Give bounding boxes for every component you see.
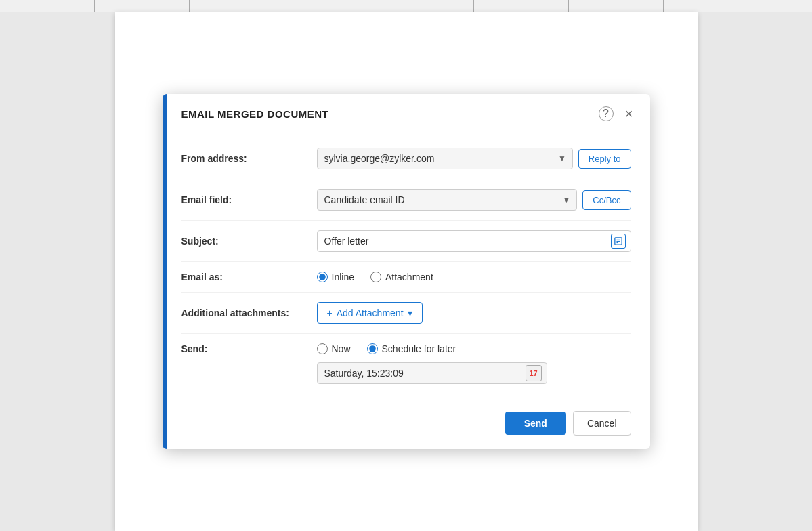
additional-attachments-label: Additional attachments: — [181, 307, 317, 318]
email-merged-document-dialog: EMAIL MERGED DOCUMENT ? × From address: … — [163, 94, 650, 449]
from-address-control: sylvia.george@zylker.com ▼ Reply to — [317, 148, 631, 169]
attachment-radio[interactable] — [370, 272, 381, 282]
email-as-label: Email as: — [181, 272, 317, 282]
dialog-title: EMAIL MERGED DOCUMENT — [181, 108, 329, 120]
subject-merge-icon[interactable] — [611, 234, 626, 249]
ruler — [0, 0, 812, 12]
dialog-header-icons: ? × — [599, 106, 637, 121]
additional-attachments-control: + Add Attachment ▾ — [317, 302, 631, 324]
email-field-select[interactable]: Candidate email ID — [317, 189, 578, 211]
attachment-radio-label[interactable]: Attachment — [370, 272, 433, 282]
subject-control — [317, 230, 631, 252]
email-as-control: Inline Attachment — [317, 272, 631, 282]
from-address-select[interactable]: sylvia.george@zylker.com — [317, 148, 573, 169]
calendar-day: 17 — [529, 369, 537, 377]
cc-bcc-button[interactable]: Cc/Bcc — [582, 190, 631, 210]
add-attachment-plus: + — [327, 307, 333, 318]
send-radio-group: Now Schedule for later — [317, 343, 456, 354]
inline-radio[interactable] — [317, 272, 328, 282]
now-radio[interactable] — [317, 343, 328, 354]
additional-attachments-row: Additional attachments: + Add Attachment… — [181, 293, 631, 334]
schedule-radio-label[interactable]: Schedule for later — [367, 343, 456, 354]
send-label: Send: — [181, 343, 317, 354]
calendar-icon[interactable]: 17 — [526, 365, 542, 381]
datetime-input[interactable] — [317, 362, 547, 384]
cancel-button[interactable]: Cancel — [573, 411, 631, 436]
send-control: Now Schedule for later — [317, 343, 631, 354]
dialog-footer: Send Cancel — [163, 402, 650, 449]
subject-row: Subject: — [181, 221, 631, 262]
send-row-top: Send: Now Schedule for later — [181, 343, 631, 354]
close-icon[interactable]: × — [622, 106, 637, 121]
schedule-label-text: Schedule for later — [382, 343, 456, 354]
email-field-label: Email field: — [181, 194, 317, 205]
add-attachment-text: Add Attachment — [337, 307, 404, 318]
datetime-wrapper: 17 — [317, 362, 547, 384]
send-row: Send: Now Schedule for later — [181, 334, 631, 388]
send-button[interactable]: Send — [505, 412, 566, 435]
from-address-select-wrapper: sylvia.george@zylker.com ▼ — [317, 148, 573, 169]
schedule-radio[interactable] — [367, 343, 378, 354]
dialog-header: EMAIL MERGED DOCUMENT ? × — [163, 94, 650, 131]
send-row-bottom: 17 — [317, 362, 631, 384]
from-address-label: From address: — [181, 153, 317, 164]
add-attachment-chevron: ▾ — [408, 307, 412, 318]
now-label-text: Now — [332, 343, 351, 354]
subject-input-wrapper — [317, 230, 631, 252]
email-field-select-wrapper: Candidate email ID ▼ — [317, 189, 578, 211]
email-field-row: Email field: Candidate email ID ▼ Cc/Bcc — [181, 179, 631, 221]
from-address-row: From address: sylvia.george@zylker.com ▼… — [181, 138, 631, 179]
reply-to-button[interactable]: Reply to — [578, 149, 631, 169]
help-icon[interactable]: ? — [599, 106, 614, 121]
add-attachment-button[interactable]: + Add Attachment ▾ — [317, 302, 423, 324]
now-radio-label[interactable]: Now — [317, 343, 351, 354]
email-field-control: Candidate email ID ▼ Cc/Bcc — [317, 189, 631, 211]
subject-label: Subject: — [181, 236, 317, 247]
dialog-body: From address: sylvia.george@zylker.com ▼… — [163, 131, 650, 402]
inline-radio-label[interactable]: Inline — [317, 272, 354, 282]
subject-input[interactable] — [317, 230, 631, 252]
inline-label-text: Inline — [332, 272, 354, 282]
email-as-row: Email as: Inline Attachment — [181, 262, 631, 293]
email-as-radio-group: Inline Attachment — [317, 272, 433, 282]
attachment-label-text: Attachment — [385, 272, 433, 282]
